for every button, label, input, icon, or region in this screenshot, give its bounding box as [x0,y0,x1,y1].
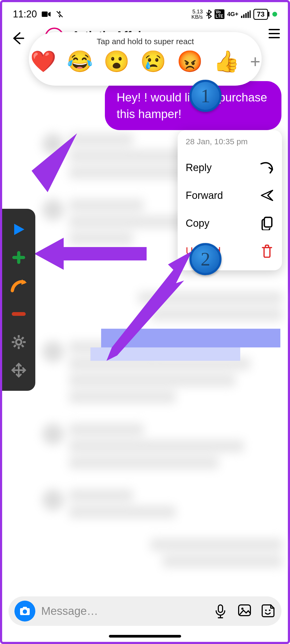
status-left: 11:20 [13,9,64,20]
redo-arrow-icon[interactable] [9,276,28,295]
svg-point-17 [16,339,21,345]
context-timestamp: 28 Jan, 10:35 pm [186,137,274,146]
svg-rect-4 [245,13,247,18]
play-icon[interactable] [9,220,28,239]
svg-marker-11 [106,251,192,361]
screen-recorder-toolbar[interactable] [2,209,35,391]
reply-label: Reply [186,162,212,173]
svg-line-23 [22,345,24,347]
svg-rect-29 [218,605,223,612]
signal-bars-icon [241,10,251,18]
svg-rect-0 [42,12,48,17]
volte-badge: VoLTE [215,9,224,19]
svg-line-25 [14,345,16,347]
reaction-picker: Tap and hold to super react ❤️ 😂 😮 😢 😡 👍… [29,32,262,86]
compass-off-icon [56,10,64,18]
forward-icon [260,188,274,202]
network-speed: 5.13 KB/s [192,9,203,20]
status-bar: 11:20 5.13 KB/s VoLTE 4G+ 73 [2,2,288,26]
status-right: 5.13 KB/s VoLTE 4G+ 73 [192,9,277,20]
annotation-arrow-1 [16,131,80,206]
sticker-icon[interactable] [261,604,276,618]
svg-rect-16 [12,312,26,316]
video-icon [42,11,51,17]
signal-label: 4G+ [227,11,238,18]
context-forward[interactable]: Forward [186,181,274,209]
reply-icon [260,161,274,175]
context-reply[interactable]: Reply [186,154,274,181]
reaction-wow[interactable]: 😮 [104,49,129,74]
svg-rect-2 [241,16,242,18]
back-button[interactable] [10,31,25,46]
message-input[interactable]: Message… [41,605,208,618]
reaction-angry[interactable]: 😡 [177,49,203,74]
svg-rect-8 [264,217,272,227]
reaction-thumbsup[interactable]: 👍 [213,49,239,74]
svg-line-24 [22,337,24,339]
svg-rect-14 [12,256,25,259]
svg-point-28 [23,609,27,614]
forward-label: Forward [186,190,223,201]
copy-label: Copy [186,218,209,229]
privacy-dot [272,12,277,17]
annotation-arrow-3 [101,248,197,361]
reaction-heart[interactable]: ❤️ [30,49,56,74]
compose-actions [214,604,276,618]
svg-point-31 [241,608,243,610]
copy-icon [260,216,274,230]
battery-indicator: 73 [253,9,268,20]
trash-icon [260,244,274,258]
step-badge-1: 1 [189,80,222,112]
svg-marker-15 [21,279,27,285]
annotated-screenshot: 11:20 5.13 KB/s VoLTE 4G+ 73 [0,0,290,644]
svg-rect-5 [247,12,249,18]
reaction-row: ❤️ 😂 😮 😢 😡 👍 + [30,49,261,74]
bluetooth-icon [205,9,212,19]
svg-point-33 [269,609,270,611]
menu-button[interactable] [269,29,280,38]
svg-marker-12 [14,224,24,235]
reaction-sad[interactable]: 😢 [140,49,166,74]
move-icon[interactable] [9,361,28,380]
step-badge-2: 2 [189,243,222,275]
minus-icon[interactable] [9,305,28,323]
compose-bar: Message… [9,596,281,626]
home-indicator[interactable] [109,635,181,638]
plus-icon[interactable] [9,248,28,267]
camera-button[interactable] [14,601,35,622]
svg-line-22 [14,337,16,339]
svg-rect-3 [243,14,245,18]
svg-rect-6 [250,10,251,18]
clock: 11:20 [13,9,37,20]
context-copy[interactable]: Copy [186,209,274,237]
mic-icon[interactable] [214,604,228,618]
reaction-laugh[interactable]: 😂 [67,49,93,74]
reaction-add[interactable]: + [250,51,261,72]
image-icon[interactable] [238,604,252,618]
gear-icon[interactable] [9,333,28,351]
svg-marker-9 [32,133,77,192]
reaction-hint: Tap and hold to super react [97,37,194,46]
svg-point-32 [265,609,267,611]
